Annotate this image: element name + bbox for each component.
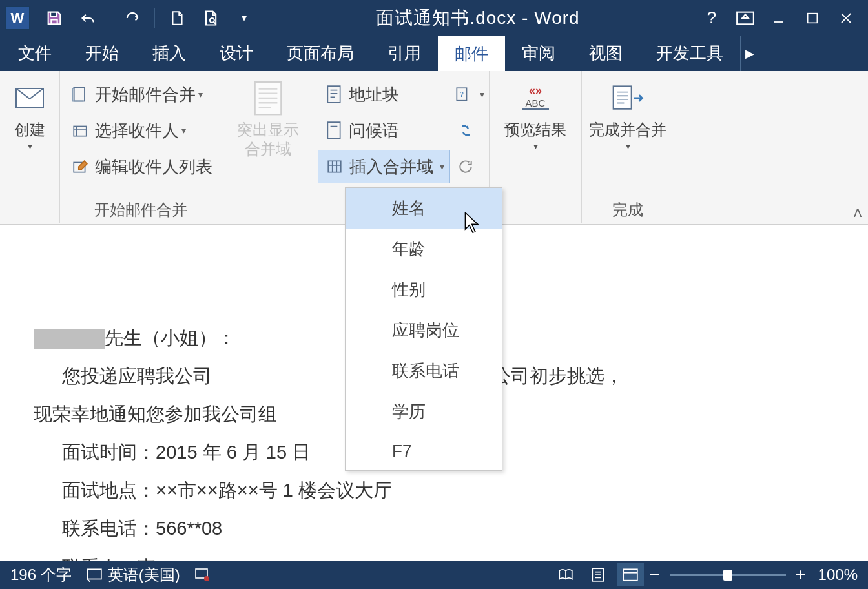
tab-scroll-right[interactable]: ▶: [740, 36, 758, 71]
greeting-line-button[interactable]: 问候语: [318, 114, 450, 147]
minimize-button[interactable]: [762, 5, 796, 31]
highlight-field-icon: [250, 80, 286, 116]
tab-home[interactable]: 开始: [68, 36, 136, 71]
qat-customize[interactable]: ▾: [230, 5, 258, 31]
rules-button[interactable]: ?▾: [450, 78, 485, 111]
update-labels-button[interactable]: [450, 150, 485, 183]
merge-field-item-f7[interactable]: F7: [346, 432, 502, 470]
doc-text: 现荣幸地通知您参加我公司组: [34, 404, 277, 424]
svg-rect-14: [614, 86, 632, 108]
macro-recording-button[interactable]: [194, 568, 210, 582]
svg-rect-4: [74, 88, 85, 101]
group-label-finish: 完成: [586, 198, 670, 223]
language-button[interactable]: 英语(美国): [86, 564, 180, 585]
zoom-slider[interactable]: [670, 574, 786, 576]
svg-rect-13: [522, 108, 549, 110]
merge-field-item-phone[interactable]: 联系电话: [346, 351, 502, 391]
phone-label: 联系电话：: [62, 518, 156, 539]
maximize-button[interactable]: [796, 5, 829, 31]
web-layout-button[interactable]: [617, 563, 644, 586]
tab-file[interactable]: 文件: [1, 36, 68, 71]
chevron-down-icon: ▾: [440, 161, 444, 172]
app-icon[interactable]: W: [5, 6, 30, 30]
tab-mailings[interactable]: 邮件: [438, 36, 505, 71]
svg-rect-15: [87, 569, 101, 579]
title-bar: W ▾ 面试通知书.docx - Word ?: [0, 0, 868, 36]
print-layout-button[interactable]: [584, 563, 612, 586]
address-block-button[interactable]: 地址块: [318, 78, 450, 111]
zoom-slider-thumb[interactable]: [723, 570, 732, 581]
chevron-down-icon: ▾: [198, 89, 203, 99]
zoom-in-button[interactable]: +: [792, 564, 809, 585]
create-button[interactable]: 创建 ▾: [4, 75, 56, 151]
zoom-level[interactable]: 100%: [818, 566, 858, 584]
preview-results-icon: «» ABC: [517, 80, 553, 116]
redo-button[interactable]: [118, 5, 147, 31]
underline-slot: [212, 382, 305, 382]
greeting-icon: [323, 121, 345, 140]
svg-rect-19: [623, 569, 637, 580]
svg-text:?: ?: [459, 90, 463, 98]
merge-field-item-gender[interactable]: 性别: [346, 269, 502, 310]
time-label: 面试时间：: [62, 442, 156, 462]
finish-merge-button[interactable]: 完成并合并 ▾: [586, 75, 670, 151]
window-controls: ?: [695, 5, 863, 31]
tab-references[interactable]: 引用: [371, 36, 438, 71]
save-button[interactable]: [40, 5, 68, 31]
qat-divider: [110, 8, 110, 28]
word-count[interactable]: 196 个字: [10, 564, 72, 585]
ribbon-display-button[interactable]: [728, 5, 762, 31]
read-mode-button[interactable]: [552, 563, 579, 586]
print-preview-button[interactable]: [196, 5, 225, 31]
app-letter: W: [11, 10, 25, 26]
group-create: 创建 ▾: [0, 71, 60, 223]
undo-button[interactable]: [74, 5, 102, 31]
tab-review[interactable]: 审阅: [505, 36, 572, 71]
address-block-icon: [323, 85, 345, 104]
chevron-down-icon: ▾: [626, 141, 630, 151]
select-recipients-button[interactable]: 选择收件人 ▾: [64, 114, 218, 147]
status-bar: 196 个字 英语(美国) − + 100%: [0, 561, 868, 589]
name-field-slot: [34, 329, 105, 349]
insert-merge-field-button[interactable]: 插入合并域 ▾: [318, 150, 450, 183]
tab-layout[interactable]: 页面布局: [270, 36, 371, 71]
close-button[interactable]: [829, 5, 863, 31]
tab-insert[interactable]: 插入: [136, 36, 203, 71]
svg-rect-9: [327, 122, 340, 139]
merge-field-item-position[interactable]: 应聘岗位: [346, 310, 502, 351]
preview-results-button[interactable]: «» ABC 预览结果 ▾: [493, 75, 577, 151]
svg-rect-10: [328, 161, 341, 172]
chevron-down-icon: ▾: [28, 141, 32, 151]
finish-merge-icon: [610, 80, 646, 116]
merge-field-item-education[interactable]: 学历: [346, 391, 502, 432]
update-labels-icon: [455, 157, 477, 176]
doc-text: 您投递应聘我公司: [62, 366, 212, 386]
start-mail-merge-button[interactable]: 开始邮件合并 ▾: [64, 78, 218, 111]
match-fields-icon: [455, 121, 477, 140]
group-preview-results: «» ABC 预览结果 ▾: [489, 71, 582, 223]
match-fields-button[interactable]: [450, 114, 485, 147]
tab-strip: 文件 开始 插入 设计 页面布局 引用 邮件 审阅 视图 开发工具 ▶: [0, 36, 868, 71]
place-label: 面试地点：: [62, 480, 156, 501]
help-button[interactable]: ?: [695, 5, 728, 31]
svg-rect-8: [327, 86, 340, 103]
window-title: 面试通知书.docx - Word: [261, 6, 695, 30]
insert-field-icon: [324, 157, 346, 176]
tab-design[interactable]: 设计: [203, 36, 270, 71]
new-doc-button[interactable]: [163, 5, 191, 31]
app-name: Word: [534, 8, 579, 28]
rules-icon: ?: [451, 85, 473, 104]
zoom-out-button[interactable]: −: [646, 564, 663, 585]
tab-view[interactable]: 视图: [572, 36, 639, 71]
chevron-down-icon: ▾: [181, 125, 186, 136]
finish-merge-label: 完成并合并: [589, 120, 666, 140]
document-name: 面试通知书.docx: [376, 8, 516, 28]
recipients-icon: [69, 121, 91, 140]
envelope-icon: [12, 80, 48, 116]
collapse-ribbon-button[interactable]: ᐱ: [854, 206, 862, 220]
place-value: ××市××路××号 1 楼会议大厅: [156, 480, 392, 501]
tab-developer[interactable]: 开发工具: [639, 36, 740, 71]
edit-recipient-list-button[interactable]: 编辑收件人列表: [64, 150, 218, 183]
time-value: 2015 年 6 月 15 日: [156, 442, 311, 462]
greeting-text: 先生（小姐）：: [105, 327, 236, 348]
